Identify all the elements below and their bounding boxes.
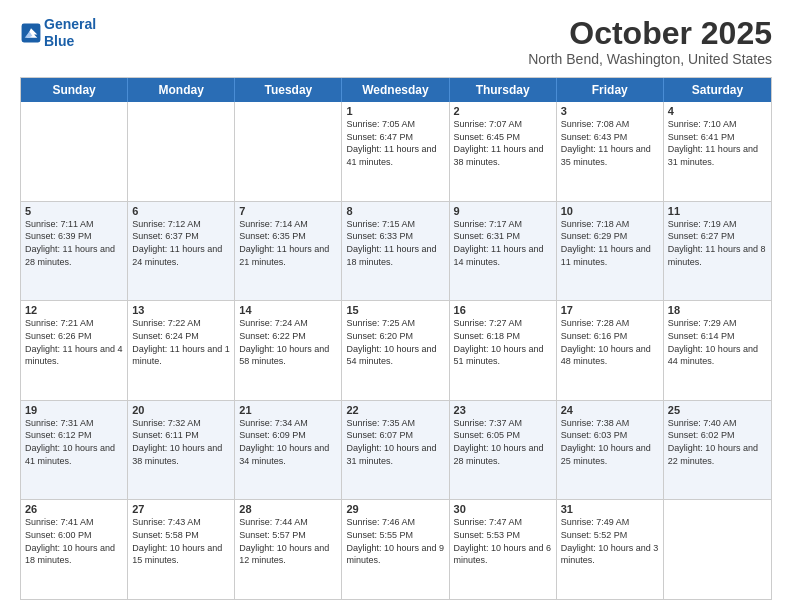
cell-day-8: 8Sunrise: 7:15 AM Sunset: 6:33 PM Daylig… <box>342 202 449 301</box>
cell-day-17: 17Sunrise: 7:28 AM Sunset: 6:16 PM Dayli… <box>557 301 664 400</box>
cell-info: Sunrise: 7:27 AM Sunset: 6:18 PM Dayligh… <box>454 317 552 367</box>
cell-date-number: 3 <box>561 105 659 117</box>
cell-date-number: 27 <box>132 503 230 515</box>
cell-day-23: 23Sunrise: 7:37 AM Sunset: 6:05 PM Dayli… <box>450 401 557 500</box>
day-header-thursday: Thursday <box>450 78 557 102</box>
cell-date-number: 20 <box>132 404 230 416</box>
cell-date-number: 19 <box>25 404 123 416</box>
cell-date-number: 21 <box>239 404 337 416</box>
cell-info: Sunrise: 7:40 AM Sunset: 6:02 PM Dayligh… <box>668 417 767 467</box>
cell-date-number: 22 <box>346 404 444 416</box>
cell-day-6: 6Sunrise: 7:12 AM Sunset: 6:37 PM Daylig… <box>128 202 235 301</box>
cell-info: Sunrise: 7:05 AM Sunset: 6:47 PM Dayligh… <box>346 118 444 168</box>
logo-text: General Blue <box>44 16 96 50</box>
cell-info: Sunrise: 7:19 AM Sunset: 6:27 PM Dayligh… <box>668 218 767 268</box>
cell-day-30: 30Sunrise: 7:47 AM Sunset: 5:53 PM Dayli… <box>450 500 557 599</box>
cell-info: Sunrise: 7:46 AM Sunset: 5:55 PM Dayligh… <box>346 516 444 566</box>
calendar-row-1: 5Sunrise: 7:11 AM Sunset: 6:39 PM Daylig… <box>21 202 771 302</box>
cell-date-number: 10 <box>561 205 659 217</box>
cell-info: Sunrise: 7:34 AM Sunset: 6:09 PM Dayligh… <box>239 417 337 467</box>
logo-line1: General <box>44 16 96 32</box>
cell-day-11: 11Sunrise: 7:19 AM Sunset: 6:27 PM Dayli… <box>664 202 771 301</box>
day-header-tuesday: Tuesday <box>235 78 342 102</box>
cell-day-9: 9Sunrise: 7:17 AM Sunset: 6:31 PM Daylig… <box>450 202 557 301</box>
cell-day-3: 3Sunrise: 7:08 AM Sunset: 6:43 PM Daylig… <box>557 102 664 201</box>
cell-day-18: 18Sunrise: 7:29 AM Sunset: 6:14 PM Dayli… <box>664 301 771 400</box>
cell-info: Sunrise: 7:29 AM Sunset: 6:14 PM Dayligh… <box>668 317 767 367</box>
logo-line2: Blue <box>44 33 74 49</box>
cell-day-24: 24Sunrise: 7:38 AM Sunset: 6:03 PM Dayli… <box>557 401 664 500</box>
cell-info: Sunrise: 7:14 AM Sunset: 6:35 PM Dayligh… <box>239 218 337 268</box>
cell-date-number: 11 <box>668 205 767 217</box>
cell-date-number: 30 <box>454 503 552 515</box>
cell-date-number: 14 <box>239 304 337 316</box>
cell-day-5: 5Sunrise: 7:11 AM Sunset: 6:39 PM Daylig… <box>21 202 128 301</box>
cell-day-10: 10Sunrise: 7:18 AM Sunset: 6:29 PM Dayli… <box>557 202 664 301</box>
cell-info: Sunrise: 7:38 AM Sunset: 6:03 PM Dayligh… <box>561 417 659 467</box>
cell-info: Sunrise: 7:10 AM Sunset: 6:41 PM Dayligh… <box>668 118 767 168</box>
cell-date-number: 25 <box>668 404 767 416</box>
cell-day-12: 12Sunrise: 7:21 AM Sunset: 6:26 PM Dayli… <box>21 301 128 400</box>
cell-date-number: 17 <box>561 304 659 316</box>
cell-info: Sunrise: 7:11 AM Sunset: 6:39 PM Dayligh… <box>25 218 123 268</box>
calendar-row-2: 12Sunrise: 7:21 AM Sunset: 6:26 PM Dayli… <box>21 301 771 401</box>
calendar-row-4: 26Sunrise: 7:41 AM Sunset: 6:00 PM Dayli… <box>21 500 771 599</box>
day-header-sunday: Sunday <box>21 78 128 102</box>
cell-day-20: 20Sunrise: 7:32 AM Sunset: 6:11 PM Dayli… <box>128 401 235 500</box>
cell-day-13: 13Sunrise: 7:22 AM Sunset: 6:24 PM Dayli… <box>128 301 235 400</box>
cell-info: Sunrise: 7:25 AM Sunset: 6:20 PM Dayligh… <box>346 317 444 367</box>
page: General Blue October 2025 North Bend, Wa… <box>0 0 792 612</box>
cell-info: Sunrise: 7:37 AM Sunset: 6:05 PM Dayligh… <box>454 417 552 467</box>
cell-date-number: 7 <box>239 205 337 217</box>
cell-day-4: 4Sunrise: 7:10 AM Sunset: 6:41 PM Daylig… <box>664 102 771 201</box>
header-right: October 2025 North Bend, Washington, Uni… <box>528 16 772 67</box>
cell-info: Sunrise: 7:18 AM Sunset: 6:29 PM Dayligh… <box>561 218 659 268</box>
cell-date-number: 18 <box>668 304 767 316</box>
cell-info: Sunrise: 7:17 AM Sunset: 6:31 PM Dayligh… <box>454 218 552 268</box>
cell-info: Sunrise: 7:35 AM Sunset: 6:07 PM Dayligh… <box>346 417 444 467</box>
cell-info: Sunrise: 7:21 AM Sunset: 6:26 PM Dayligh… <box>25 317 123 367</box>
cell-info: Sunrise: 7:32 AM Sunset: 6:11 PM Dayligh… <box>132 417 230 467</box>
cell-info: Sunrise: 7:15 AM Sunset: 6:33 PM Dayligh… <box>346 218 444 268</box>
cell-day-28: 28Sunrise: 7:44 AM Sunset: 5:57 PM Dayli… <box>235 500 342 599</box>
cell-info: Sunrise: 7:31 AM Sunset: 6:12 PM Dayligh… <box>25 417 123 467</box>
cell-date-number: 24 <box>561 404 659 416</box>
cell-info: Sunrise: 7:47 AM Sunset: 5:53 PM Dayligh… <box>454 516 552 566</box>
cell-info: Sunrise: 7:49 AM Sunset: 5:52 PM Dayligh… <box>561 516 659 566</box>
calendar-row-0: 1Sunrise: 7:05 AM Sunset: 6:47 PM Daylig… <box>21 102 771 202</box>
cell-date-number: 4 <box>668 105 767 117</box>
cell-empty <box>664 500 771 599</box>
cell-date-number: 2 <box>454 105 552 117</box>
cell-day-27: 27Sunrise: 7:43 AM Sunset: 5:58 PM Dayli… <box>128 500 235 599</box>
cell-empty <box>235 102 342 201</box>
cell-info: Sunrise: 7:08 AM Sunset: 6:43 PM Dayligh… <box>561 118 659 168</box>
cell-day-25: 25Sunrise: 7:40 AM Sunset: 6:02 PM Dayli… <box>664 401 771 500</box>
cell-date-number: 28 <box>239 503 337 515</box>
cell-day-22: 22Sunrise: 7:35 AM Sunset: 6:07 PM Dayli… <box>342 401 449 500</box>
cell-info: Sunrise: 7:28 AM Sunset: 6:16 PM Dayligh… <box>561 317 659 367</box>
header: General Blue October 2025 North Bend, Wa… <box>20 16 772 67</box>
cell-date-number: 26 <box>25 503 123 515</box>
cell-info: Sunrise: 7:44 AM Sunset: 5:57 PM Dayligh… <box>239 516 337 566</box>
day-header-friday: Friday <box>557 78 664 102</box>
cell-info: Sunrise: 7:43 AM Sunset: 5:58 PM Dayligh… <box>132 516 230 566</box>
cell-date-number: 16 <box>454 304 552 316</box>
cell-day-2: 2Sunrise: 7:07 AM Sunset: 6:45 PM Daylig… <box>450 102 557 201</box>
cell-date-number: 12 <box>25 304 123 316</box>
cell-date-number: 31 <box>561 503 659 515</box>
cell-info: Sunrise: 7:24 AM Sunset: 6:22 PM Dayligh… <box>239 317 337 367</box>
day-header-saturday: Saturday <box>664 78 771 102</box>
cell-info: Sunrise: 7:07 AM Sunset: 6:45 PM Dayligh… <box>454 118 552 168</box>
cell-info: Sunrise: 7:12 AM Sunset: 6:37 PM Dayligh… <box>132 218 230 268</box>
month-title: October 2025 <box>528 16 772 51</box>
cell-info: Sunrise: 7:22 AM Sunset: 6:24 PM Dayligh… <box>132 317 230 367</box>
calendar-row-3: 19Sunrise: 7:31 AM Sunset: 6:12 PM Dayli… <box>21 401 771 501</box>
cell-date-number: 8 <box>346 205 444 217</box>
day-header-wednesday: Wednesday <box>342 78 449 102</box>
calendar: SundayMondayTuesdayWednesdayThursdayFrid… <box>20 77 772 600</box>
cell-day-7: 7Sunrise: 7:14 AM Sunset: 6:35 PM Daylig… <box>235 202 342 301</box>
day-header-monday: Monday <box>128 78 235 102</box>
logo: General Blue <box>20 16 96 50</box>
cell-empty <box>128 102 235 201</box>
cell-day-29: 29Sunrise: 7:46 AM Sunset: 5:55 PM Dayli… <box>342 500 449 599</box>
